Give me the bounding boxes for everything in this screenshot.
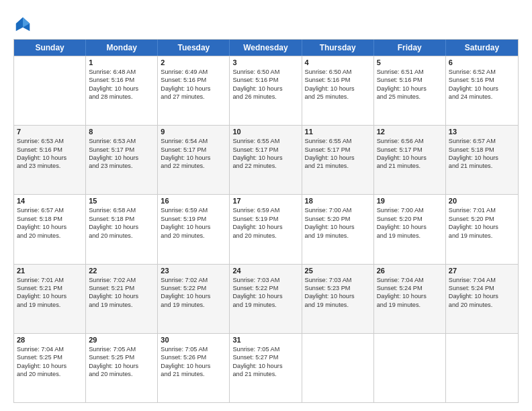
calendar-cell: 26Sunrise: 7:04 AM Sunset: 5:24 PM Dayli… <box>374 265 446 333</box>
calendar-cell: 27Sunrise: 7:04 AM Sunset: 5:24 PM Dayli… <box>446 265 518 333</box>
day-info: Sunrise: 6:55 AM Sunset: 5:17 PM Dayligh… <box>305 137 371 171</box>
calendar-cell <box>302 334 374 402</box>
day-info: Sunrise: 6:54 AM Sunset: 5:17 PM Dayligh… <box>161 137 226 171</box>
day-number: 6 <box>449 58 515 66</box>
calendar-header: SundayMondayTuesdayWednesdayThursdayFrid… <box>14 40 518 56</box>
calendar-cell: 12Sunrise: 6:56 AM Sunset: 5:17 PM Dayli… <box>374 126 446 194</box>
calendar-cell <box>446 334 518 402</box>
calendar-cell: 1Sunrise: 6:48 AM Sunset: 5:16 PM Daylig… <box>86 56 158 125</box>
day-number: 28 <box>17 336 83 344</box>
day-info: Sunrise: 7:03 AM Sunset: 5:23 PM Dayligh… <box>305 276 371 310</box>
calendar-cell: 15Sunrise: 6:58 AM Sunset: 5:18 PM Dayli… <box>86 195 158 263</box>
day-info: Sunrise: 6:59 AM Sunset: 5:19 PM Dayligh… <box>161 206 226 240</box>
day-info: Sunrise: 7:01 AM Sunset: 5:20 PM Dayligh… <box>449 206 515 240</box>
day-number: 7 <box>17 128 83 136</box>
day-info: Sunrise: 6:53 AM Sunset: 5:17 PM Dayligh… <box>89 137 154 171</box>
day-info: Sunrise: 7:03 AM Sunset: 5:22 PM Dayligh… <box>232 276 298 310</box>
calendar-cell: 13Sunrise: 6:57 AM Sunset: 5:18 PM Dayli… <box>446 126 518 194</box>
calendar-row-1: 1Sunrise: 6:48 AM Sunset: 5:16 PM Daylig… <box>14 56 518 125</box>
day-info: Sunrise: 6:49 AM Sunset: 5:16 PM Dayligh… <box>161 68 226 101</box>
header-day-saturday: Saturday <box>446 40 518 56</box>
calendar-cell: 19Sunrise: 7:00 AM Sunset: 5:20 PM Dayli… <box>374 195 446 263</box>
day-info: Sunrise: 7:05 AM Sunset: 5:26 PM Dayligh… <box>161 345 226 379</box>
day-number: 15 <box>89 197 154 205</box>
calendar-cell: 29Sunrise: 7:05 AM Sunset: 5:25 PM Dayli… <box>86 334 158 402</box>
calendar-cell: 9Sunrise: 6:54 AM Sunset: 5:17 PM Daylig… <box>158 126 230 194</box>
day-info: Sunrise: 7:02 AM Sunset: 5:21 PM Dayligh… <box>89 276 154 310</box>
calendar: SundayMondayTuesdayWednesdayThursdayFrid… <box>13 39 519 403</box>
calendar-cell: 30Sunrise: 7:05 AM Sunset: 5:26 PM Dayli… <box>158 334 230 402</box>
day-number: 9 <box>161 128 226 136</box>
day-number: 4 <box>305 58 371 66</box>
header-day-wednesday: Wednesday <box>230 40 302 56</box>
day-info: Sunrise: 6:57 AM Sunset: 5:18 PM Dayligh… <box>17 206 83 240</box>
calendar-cell: 20Sunrise: 7:01 AM Sunset: 5:20 PM Dayli… <box>446 195 518 263</box>
day-info: Sunrise: 6:59 AM Sunset: 5:19 PM Dayligh… <box>232 206 298 240</box>
day-info: Sunrise: 6:57 AM Sunset: 5:18 PM Dayligh… <box>449 137 515 171</box>
calendar-cell: 10Sunrise: 6:55 AM Sunset: 5:17 PM Dayli… <box>230 126 302 194</box>
day-number: 14 <box>17 197 83 205</box>
day-number: 23 <box>161 267 226 275</box>
calendar-cell: 5Sunrise: 6:51 AM Sunset: 5:16 PM Daylig… <box>374 56 446 125</box>
day-info: Sunrise: 7:05 AM Sunset: 5:25 PM Dayligh… <box>89 345 154 379</box>
header <box>13 12 519 34</box>
day-info: Sunrise: 7:04 AM Sunset: 5:24 PM Dayligh… <box>449 276 515 310</box>
day-info: Sunrise: 7:01 AM Sunset: 5:21 PM Dayligh… <box>17 276 83 310</box>
day-number: 29 <box>89 336 154 344</box>
day-number: 24 <box>232 267 298 275</box>
day-number: 20 <box>449 197 515 205</box>
page: SundayMondayTuesdayWednesdayThursdayFrid… <box>0 0 532 411</box>
day-number: 12 <box>377 128 443 136</box>
calendar-cell: 22Sunrise: 7:02 AM Sunset: 5:21 PM Dayli… <box>86 265 158 333</box>
calendar-row-2: 7Sunrise: 6:53 AM Sunset: 5:16 PM Daylig… <box>14 125 518 194</box>
calendar-cell: 3Sunrise: 6:50 AM Sunset: 5:16 PM Daylig… <box>230 56 302 125</box>
calendar-cell: 4Sunrise: 6:50 AM Sunset: 5:16 PM Daylig… <box>302 56 374 125</box>
day-number: 8 <box>89 128 154 136</box>
calendar-cell: 21Sunrise: 7:01 AM Sunset: 5:21 PM Dayli… <box>14 265 86 333</box>
day-info: Sunrise: 7:05 AM Sunset: 5:27 PM Dayligh… <box>232 345 298 379</box>
calendar-row-4: 21Sunrise: 7:01 AM Sunset: 5:21 PM Dayli… <box>14 264 518 333</box>
logo-icon <box>13 15 32 34</box>
day-info: Sunrise: 6:58 AM Sunset: 5:18 PM Dayligh… <box>89 206 154 240</box>
day-info: Sunrise: 6:50 AM Sunset: 5:16 PM Dayligh… <box>232 68 298 101</box>
calendar-cell: 31Sunrise: 7:05 AM Sunset: 5:27 PM Dayli… <box>230 334 302 402</box>
day-number: 21 <box>17 267 83 275</box>
day-number: 17 <box>232 197 298 205</box>
logo <box>13 15 35 34</box>
header-day-monday: Monday <box>86 40 158 56</box>
day-number: 11 <box>305 128 371 136</box>
calendar-cell: 17Sunrise: 6:59 AM Sunset: 5:19 PM Dayli… <box>230 195 302 263</box>
day-number: 31 <box>232 336 298 344</box>
day-number: 10 <box>232 128 298 136</box>
day-number: 22 <box>89 267 154 275</box>
day-info: Sunrise: 7:02 AM Sunset: 5:22 PM Dayligh… <box>161 276 226 310</box>
calendar-body: 1Sunrise: 6:48 AM Sunset: 5:16 PM Daylig… <box>14 56 518 402</box>
day-info: Sunrise: 7:00 AM Sunset: 5:20 PM Dayligh… <box>377 206 443 240</box>
day-number: 2 <box>161 58 226 66</box>
calendar-cell: 25Sunrise: 7:03 AM Sunset: 5:23 PM Dayli… <box>302 265 374 333</box>
day-info: Sunrise: 7:04 AM Sunset: 5:25 PM Dayligh… <box>17 345 83 379</box>
day-number: 25 <box>305 267 371 275</box>
header-day-thursday: Thursday <box>302 40 374 56</box>
calendar-cell: 23Sunrise: 7:02 AM Sunset: 5:22 PM Dayli… <box>158 265 230 333</box>
calendar-cell: 16Sunrise: 6:59 AM Sunset: 5:19 PM Dayli… <box>158 195 230 263</box>
header-day-tuesday: Tuesday <box>158 40 230 56</box>
day-number: 27 <box>449 267 515 275</box>
day-info: Sunrise: 6:52 AM Sunset: 5:16 PM Dayligh… <box>449 68 515 101</box>
calendar-row-5: 28Sunrise: 7:04 AM Sunset: 5:25 PM Dayli… <box>14 333 518 402</box>
day-info: Sunrise: 7:04 AM Sunset: 5:24 PM Dayligh… <box>377 276 443 310</box>
header-day-sunday: Sunday <box>14 40 86 56</box>
day-info: Sunrise: 6:53 AM Sunset: 5:16 PM Dayligh… <box>17 137 83 171</box>
calendar-cell: 6Sunrise: 6:52 AM Sunset: 5:16 PM Daylig… <box>446 56 518 125</box>
calendar-cell <box>14 56 86 125</box>
calendar-cell: 14Sunrise: 6:57 AM Sunset: 5:18 PM Dayli… <box>14 195 86 263</box>
day-number: 16 <box>161 197 226 205</box>
day-number: 13 <box>449 128 515 136</box>
day-number: 1 <box>89 58 154 66</box>
calendar-cell: 2Sunrise: 6:49 AM Sunset: 5:16 PM Daylig… <box>158 56 230 125</box>
day-number: 3 <box>232 58 298 66</box>
day-info: Sunrise: 6:48 AM Sunset: 5:16 PM Dayligh… <box>89 68 154 101</box>
day-info: Sunrise: 6:56 AM Sunset: 5:17 PM Dayligh… <box>377 137 443 171</box>
calendar-cell: 8Sunrise: 6:53 AM Sunset: 5:17 PM Daylig… <box>86 126 158 194</box>
day-info: Sunrise: 6:51 AM Sunset: 5:16 PM Dayligh… <box>377 68 443 101</box>
